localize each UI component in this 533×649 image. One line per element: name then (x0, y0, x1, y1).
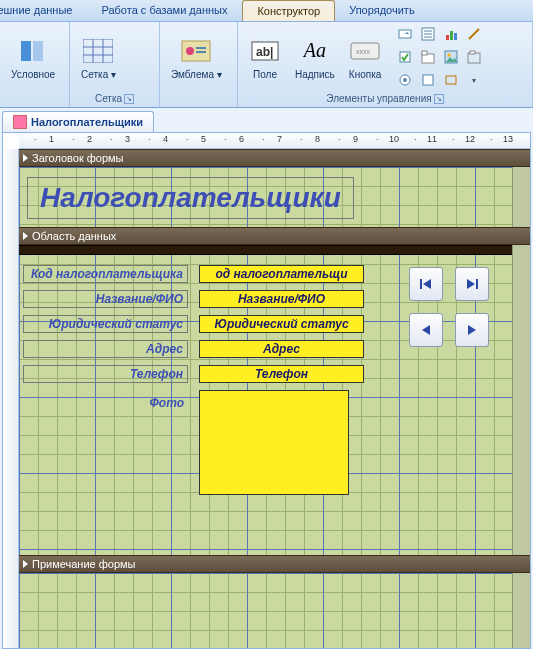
ctrl-chart-icon[interactable] (440, 23, 462, 45)
ctrl-image-icon[interactable] (440, 46, 462, 68)
tab-design[interactable]: Конструктор (242, 0, 335, 21)
ctrl-list-icon[interactable] (417, 23, 439, 45)
form-icon (13, 115, 27, 129)
field-address[interactable]: Адрес (199, 340, 364, 358)
ctrl-line-icon[interactable] (463, 23, 485, 45)
form-tab[interactable]: Налогоплательщики (2, 111, 154, 132)
svg-text:xxxx: xxxx (356, 48, 371, 55)
nav-prev-button[interactable] (409, 313, 443, 347)
svg-rect-34 (446, 76, 456, 84)
grid-expand-icon[interactable]: ↘ (124, 94, 134, 104)
field-button[interactable]: ab| Поле (244, 32, 286, 83)
svg-rect-2 (83, 39, 113, 63)
nav-last-button[interactable] (455, 267, 489, 301)
svg-line-23 (469, 29, 479, 39)
textbox-icon: ab| (249, 35, 281, 67)
ribbon-body: Условное Сетка ▾ Сетка↘ Эмблема ▾ ab| По… (0, 22, 533, 108)
svg-rect-0 (21, 41, 31, 61)
svg-point-28 (448, 54, 451, 57)
tab-external-data[interactable]: Внешние данные (0, 0, 87, 21)
section-footer-bar[interactable]: Примечание формы (19, 555, 530, 573)
nav-first-button[interactable] (409, 267, 443, 301)
ctrl-check-icon[interactable] (417, 69, 439, 91)
field-phone[interactable]: Телефон (199, 365, 364, 383)
svg-rect-26 (422, 51, 427, 55)
section-detail-bar[interactable]: Область данных (19, 227, 530, 245)
tab-db-tools[interactable]: Работа с базами данных (87, 0, 242, 21)
label-name[interactable]: Название/ФИО (23, 290, 188, 308)
svg-rect-21 (450, 31, 453, 40)
field-status[interactable]: Юридический статус (199, 315, 364, 333)
svg-rect-22 (454, 33, 457, 40)
conditional-icon (17, 35, 49, 67)
label-photo[interactable]: Фото (23, 395, 188, 413)
svg-rect-1 (33, 41, 43, 61)
ctrl-toggle-icon[interactable] (394, 46, 416, 68)
svg-rect-36 (476, 279, 478, 289)
field-taxpayer-code[interactable]: од налогоплательщи (199, 265, 364, 283)
ruler-vertical[interactable] (3, 149, 19, 648)
logo-button[interactable]: Эмблема ▾ (166, 32, 227, 83)
label-address[interactable]: Адрес (23, 340, 188, 358)
svg-rect-33 (423, 75, 433, 85)
svg-rect-20 (446, 35, 449, 40)
label-button[interactable]: Aa Надпись (290, 32, 340, 83)
design-canvas: ·1 ·2 ·3 ·4 ·5 ·6 ·7 ·8 ·9 ·10 ·11 ·12 ·… (2, 132, 531, 649)
grid-icon (82, 35, 114, 67)
section-header-bar[interactable]: Заголовок формы (19, 149, 530, 167)
button-control-button[interactable]: xxxx Кнопка (344, 32, 386, 83)
svg-point-8 (186, 47, 194, 55)
svg-rect-9 (196, 47, 206, 49)
label-icon: Aa (299, 35, 331, 67)
ruler-horizontal[interactable]: ·1 ·2 ·3 ·4 ·5 ·6 ·7 ·8 ·9 ·10 ·11 ·12 ·… (19, 133, 530, 149)
field-photo[interactable] (199, 390, 349, 495)
controls-expand-icon[interactable]: ↘ (434, 94, 444, 104)
logo-icon (180, 35, 212, 67)
label-status[interactable]: Юридический статус (23, 315, 188, 333)
svg-rect-30 (470, 51, 475, 54)
form-area: Налогоплательщики ·1 ·2 ·3 ·4 ·5 ·6 ·7 ·… (0, 108, 533, 649)
ctrl-frame-icon[interactable] (463, 46, 485, 68)
ctrl-rect-icon[interactable] (440, 69, 462, 91)
form-title-label[interactable]: Налогоплательщики (27, 177, 354, 219)
ctrl-more-icon[interactable]: ▾ (463, 69, 485, 91)
ctrl-tab-icon[interactable] (417, 46, 439, 68)
ctrl-option-icon[interactable] (394, 69, 416, 91)
label-phone[interactable]: Телефон (23, 365, 188, 383)
conditional-button[interactable]: Условное (6, 32, 60, 83)
svg-rect-35 (420, 279, 422, 289)
field-name[interactable]: Название/ФИО (199, 290, 364, 308)
tab-arrange[interactable]: Упорядочить (335, 0, 429, 21)
ctrl-combo-icon[interactable] (394, 23, 416, 45)
grid-button[interactable]: Сетка ▾ (76, 32, 121, 83)
ribbon-tabs: Внешние данные Работа с базами данных Ко… (0, 0, 533, 22)
label-taxpayer-code[interactable]: Код налогоплательщика (23, 265, 188, 283)
button-icon: xxxx (349, 35, 381, 67)
svg-point-32 (403, 78, 407, 82)
nav-next-button[interactable] (455, 313, 489, 347)
svg-text:ab|: ab| (256, 45, 273, 59)
svg-rect-10 (196, 51, 206, 53)
